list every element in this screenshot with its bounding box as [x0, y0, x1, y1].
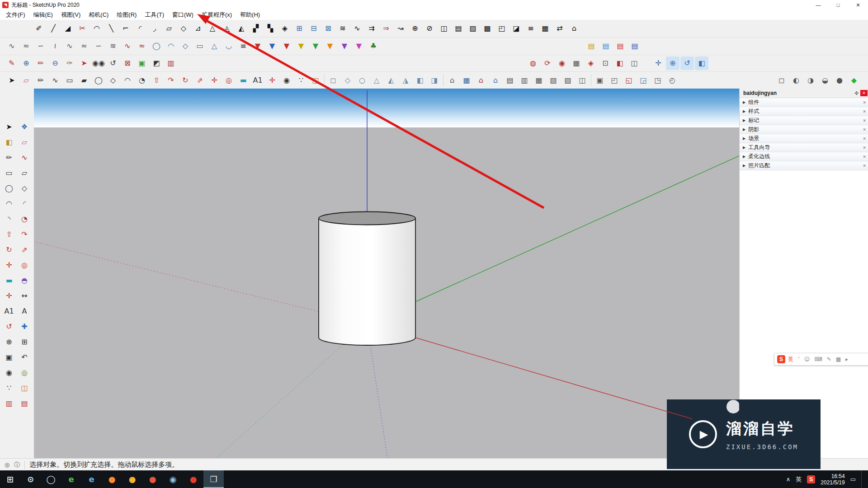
expand-arrow-icon[interactable]: ▶: [743, 145, 745, 150]
tool-icon[interactable]: ▩: [481, 22, 494, 35]
layer-tool-icon[interactable]: ▤: [613, 39, 627, 53]
ime-pen-icon[interactable]: ✎: [827, 356, 831, 362]
brush-tool-icon[interactable]: ✑: [63, 56, 76, 70]
expand-arrow-icon[interactable]: ▶: [743, 118, 745, 122]
style-wireframe-icon[interactable]: ◐: [789, 74, 803, 87]
eraser-tool-icon[interactable]: ▱: [19, 74, 33, 87]
component-tool-icon[interactable]: ▣: [593, 74, 607, 87]
input-language-indicator[interactable]: 英: [796, 475, 802, 483]
sketchy-style-icon[interactable]: ∿: [63, 39, 76, 53]
tool-icon[interactable]: ◰: [495, 22, 509, 35]
shape-tool-icon[interactable]: △: [208, 39, 221, 53]
undo-icon[interactable]: ↺: [106, 56, 120, 70]
menu-item-camera[interactable]: 相机(C): [85, 11, 113, 19]
menu-item-edit[interactable]: 编辑(E): [29, 11, 57, 19]
circle-tool-icon[interactable]: ◯: [92, 74, 105, 87]
previous-view-tool-icon[interactable]: ↶: [18, 351, 31, 364]
zoom-tool-icon[interactable]: ⊕: [666, 56, 679, 70]
tool-icon[interactable]: ◈: [584, 56, 598, 70]
warehouse-icon[interactable]: ⌂: [445, 74, 459, 87]
offset-tool-icon[interactable]: ◎: [222, 74, 236, 87]
building-icon[interactable]: ▨: [561, 74, 575, 87]
tray-section-shadows[interactable]: ▶ 阴影 ✕: [740, 125, 868, 134]
warehouse-icon[interactable]: ▦: [460, 74, 473, 87]
3d-viewport-scene[interactable]: [34, 89, 739, 458]
push-pull-tool-icon[interactable]: ⇧: [150, 74, 163, 87]
maximize-button[interactable]: □: [828, 0, 848, 10]
make-component-icon[interactable]: ❖: [18, 120, 31, 134]
tool-icon[interactable]: ✏: [34, 56, 47, 70]
tool-icon[interactable]: ◇: [177, 22, 190, 35]
tool-icon[interactable]: ◫: [437, 22, 451, 35]
info-icon[interactable]: ⓘ: [14, 461, 20, 469]
component-tool-icon[interactable]: ◰: [608, 74, 621, 87]
move-tool-icon[interactable]: ✛: [2, 258, 16, 272]
search-button[interactable]: ⊙: [20, 470, 41, 488]
expand-arrow-icon[interactable]: ▶: [743, 127, 745, 131]
sketchy-style-icon[interactable]: ≋: [106, 39, 120, 53]
tool-icon[interactable]: ↝: [394, 22, 407, 35]
tool-icon[interactable]: ▣: [135, 56, 149, 70]
notification-center-icon[interactable]: ▭: [850, 476, 856, 483]
sketchy-style-icon[interactable]: ≈: [135, 39, 149, 53]
select-tool-icon[interactable]: ➤: [5, 74, 19, 87]
app-360-browser[interactable]: e: [61, 470, 81, 488]
tool-icon[interactable]: ◭: [235, 22, 248, 35]
polygon-tool-icon[interactable]: ◇: [18, 182, 31, 195]
sogou-logo-icon[interactable]: S: [777, 355, 785, 363]
solid-shape-icon[interactable]: ◇: [341, 74, 354, 87]
tool-icon[interactable]: ◠: [90, 22, 104, 35]
walk-tool-icon[interactable]: ∵: [2, 381, 16, 395]
menu-item-file[interactable]: 文件(F): [2, 11, 29, 19]
building-icon[interactable]: ▦: [532, 74, 546, 87]
solid-shape-icon[interactable]: ◻: [326, 74, 340, 87]
expand-arrow-icon[interactable]: ▶: [743, 100, 745, 104]
layer-tool-icon[interactable]: ▤: [628, 39, 642, 53]
app-sketchup[interactable]: ❒: [203, 470, 224, 488]
section-plane-tool-icon[interactable]: ◫: [18, 381, 31, 395]
look-around-tool-icon[interactable]: ◎: [18, 366, 31, 380]
push-pull-tool-icon[interactable]: ⇧: [2, 228, 16, 241]
zoom-extents-tool-icon[interactable]: ▣: [2, 351, 16, 364]
close-button[interactable]: ✕: [848, 0, 868, 10]
sketchy-style-icon[interactable]: ≈: [77, 39, 91, 53]
orbit-tool-icon[interactable]: ↺: [2, 320, 16, 333]
zoom-out-tool-icon[interactable]: ⊖: [48, 56, 62, 70]
tray-section-soften-edges[interactable]: ▶ 柔化边线 ✕: [740, 152, 868, 161]
tool-icon[interactable]: ╱: [47, 22, 60, 35]
axes-tool-icon[interactable]: ✛: [265, 74, 279, 87]
section-close-icon[interactable]: ✕: [863, 155, 866, 159]
look-tool-icon[interactable]: ◧: [695, 56, 708, 70]
rotate-tool-icon[interactable]: ↻: [179, 74, 192, 87]
walk-tool-icon[interactable]: ∵: [294, 74, 308, 87]
component-tool-icon[interactable]: ◱: [622, 74, 636, 87]
tool-icon[interactable]: ◪: [509, 22, 523, 35]
scale-tool-icon[interactable]: ⇗: [193, 74, 207, 87]
tray-section-instructor[interactable]: ▶ 工具向导 ✕: [740, 143, 868, 152]
ime-toolbox-icon[interactable]: ▦: [836, 356, 841, 362]
solid-shape-icon[interactable]: ◭: [384, 74, 398, 87]
tray-section-components[interactable]: ▶ 组件 ✕: [740, 98, 868, 107]
tool-icon[interactable]: ⊟: [307, 22, 321, 35]
shape-tool-icon[interactable]: ◇: [179, 39, 192, 53]
building-icon[interactable]: ▤: [503, 74, 517, 87]
tool-icon[interactable]: ⊕: [408, 22, 422, 35]
section-display-tool-icon[interactable]: ▤: [18, 397, 31, 410]
orbit-tool-icon[interactable]: ↺: [680, 56, 694, 70]
protractor-tool-icon[interactable]: ◓: [18, 274, 31, 287]
tool-icon[interactable]: ╲: [104, 22, 118, 35]
3d-text-tool-icon[interactable]: A: [18, 305, 31, 318]
component-tool-icon[interactable]: ◲: [637, 74, 650, 87]
tool-icon[interactable]: ▦: [570, 56, 583, 70]
tray-section-scenes[interactable]: ▶ 场景 ✕: [740, 134, 868, 143]
tool-icon[interactable]: ◈: [278, 22, 292, 35]
tool-icon[interactable]: ≡: [524, 22, 538, 35]
tool-icon[interactable]: ◬: [220, 22, 234, 35]
offset-tool-icon[interactable]: ◎: [18, 258, 31, 272]
axis-arrow-icon[interactable]: ▼: [338, 39, 351, 53]
section-close-icon[interactable]: ✕: [863, 145, 866, 150]
tray-header[interactable]: baidujingyan ✜ ✕: [740, 89, 868, 98]
tool-icon[interactable]: ▚: [264, 22, 277, 35]
shape-tool-icon[interactable]: ▭: [193, 39, 207, 53]
section-close-icon[interactable]: ✕: [863, 136, 866, 141]
